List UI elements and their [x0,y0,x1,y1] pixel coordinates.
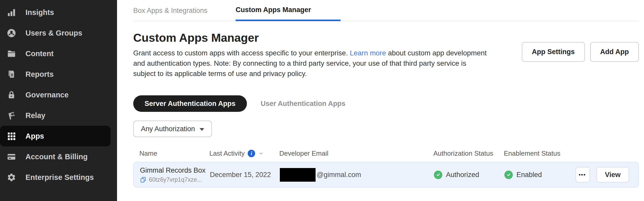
flag-icon [7,111,16,120]
table-header: Name Last Activity i Developer Email Aut… [133,148,639,158]
sidebar-item-governance[interactable]: Governance [0,85,117,105]
table-row: Gimmal Records Box 60tz6y7vrp1q7xze... D… [133,162,639,188]
more-actions-button[interactable]: ••• [576,167,590,182]
top-tabbar: Box Apps & Integrations Custom Apps Mana… [133,0,639,21]
folder-icon [7,49,16,58]
copy-icon[interactable] [140,177,146,183]
lock-icon [7,90,16,100]
status-badge: Enabled [516,171,542,179]
cell-actions: ••• View [576,167,629,182]
sidebar: Insights Users & Groups Content [0,0,117,201]
app-settings-button[interactable]: App Settings [522,42,585,62]
sidebar-item-reports[interactable]: Reports [0,64,117,85]
status-badge: Authorized [446,171,479,179]
sidebar-item-label: Users & Groups [25,29,82,37]
gear-icon [7,173,16,182]
learn-more-link[interactable]: Learn more [350,49,386,57]
cell-name: Gimmal Records Box 60tz6y7vrp1q7xze... [140,166,210,183]
column-header-last-activity: Last Activity i [209,149,279,157]
app-window: Insights Users & Groups Content [0,0,644,201]
sidebar-item-label: Relay [25,111,45,120]
check-circle-icon [434,171,442,179]
info-icon[interactable]: i [248,150,255,157]
sidebar-item-insights[interactable]: Insights [0,2,117,23]
cell-authorization-status: Authorized [434,171,504,179]
sidebar-item-label: Account & Billing [25,153,88,161]
view-button[interactable]: View [596,167,629,182]
main-content: Box Apps & Integrations Custom Apps Mana… [117,0,644,201]
sidebar-item-label: Reports [25,70,54,79]
tab-box-apps-integrations[interactable]: Box Apps & Integrations [133,0,207,21]
apps-grid-icon [7,131,16,141]
tab-custom-apps-manager[interactable]: Custom Apps Manager [236,0,341,21]
add-app-button[interactable]: Add App [590,42,639,62]
page-description: Grant access to custom apps with access … [133,48,487,79]
users-icon [7,28,16,38]
app-name: Gimmal Records Box [140,166,210,174]
page-title: Custom Apps Manager [133,31,487,45]
sidebar-item-label: Insights [25,8,54,17]
reports-icon [7,70,16,79]
page-actions: App Settings Add App [522,42,639,79]
cell-developer-email: @gimmal.com [280,168,434,182]
page-header: Custom Apps Manager Grant access to cust… [133,31,639,79]
sidebar-item-account-billing[interactable]: Account & Billing [0,146,117,167]
tab-server-authentication-apps[interactable]: Server Authentication Apps [133,95,247,112]
sidebar-item-label: Content [25,49,54,58]
auth-type-tabs: Server Authentication Apps User Authenti… [133,95,639,112]
column-header-authorization-status: Authorization Status [433,149,504,157]
sidebar-item-enterprise-settings[interactable]: Enterprise Settings [0,167,117,188]
sidebar-item-label: Enterprise Settings [25,173,94,182]
sidebar-item-apps[interactable]: Apps [0,126,111,146]
authorization-filter-dropdown[interactable]: Any Authorization [133,121,212,137]
page-header-text: Custom Apps Manager Grant access to cust… [133,31,487,79]
column-header-enablement-status: Enablement Status [504,149,630,157]
redacted-email-box [280,168,316,182]
cell-enablement-status: Enabled [504,171,576,179]
check-circle-icon [504,171,513,179]
tab-user-authentication-apps[interactable]: User Authentication Apps [261,100,346,108]
sidebar-item-content[interactable]: Content [0,43,117,64]
credit-card-icon [7,152,16,162]
cell-last-activity: December 15, 2022 [210,171,280,179]
app-id-value: 60tz6y7vrp1q7xze... [149,176,202,183]
sidebar-item-label: Governance [25,91,69,99]
filter-row: Any Authorization [133,121,639,137]
sidebar-item-label: Apps [25,132,44,140]
chevron-down-icon [200,128,204,131]
column-header-developer-email: Developer Email [279,149,433,157]
column-header-name: Name [139,149,209,157]
sidebar-item-relay[interactable]: Relay [0,105,117,126]
authorization-filter-value: Any Authorization [141,125,195,133]
email-domain: @gimmal.com [317,171,361,179]
app-id-row: 60tz6y7vrp1q7xze... [140,176,210,183]
sort-chevron-down-icon[interactable] [258,150,264,156]
bar-chart-icon [7,8,16,17]
sidebar-item-users-groups[interactable]: Users & Groups [0,23,117,43]
